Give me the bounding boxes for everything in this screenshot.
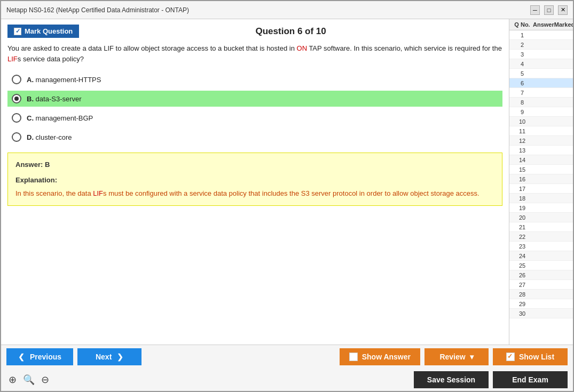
q-row-answer <box>533 41 552 48</box>
left-panel: Mark Question Question 6 of 10 You are a… <box>1 19 509 345</box>
close-button[interactable]: ✕ <box>558 5 568 15</box>
q-row-num: 20 <box>512 214 533 221</box>
q-row-answer <box>533 243 552 250</box>
q-row-marked <box>552 214 571 221</box>
option-b-radio <box>12 94 21 103</box>
q-row-num: 6 <box>512 79 533 86</box>
option-b-label: B. data-S3-server <box>27 95 82 103</box>
table-row[interactable]: 5 <box>509 69 573 78</box>
answer-box: Answer: B Explanation: In this scenario,… <box>7 153 502 206</box>
zoom-normal-button[interactable]: 🔍 <box>21 373 37 387</box>
option-d-radio <box>12 132 21 142</box>
table-row[interactable]: 27 <box>509 280 573 290</box>
option-c-radio <box>12 113 21 123</box>
table-row[interactable]: 15 <box>509 165 573 174</box>
table-row[interactable]: 28 <box>509 290 573 299</box>
q-row-num: 13 <box>512 147 533 154</box>
q-row-marked <box>552 127 571 134</box>
table-row[interactable]: 23 <box>509 242 573 251</box>
table-row[interactable]: 21 <box>509 222 573 232</box>
table-row[interactable]: 11 <box>509 126 573 136</box>
q-row-num: 15 <box>512 166 533 173</box>
table-row[interactable]: 3 <box>509 50 573 59</box>
q-row-answer <box>533 147 552 154</box>
q-row-answer <box>533 60 552 67</box>
show-answer-button[interactable]: Show Answer <box>340 348 420 365</box>
option-b-row[interactable]: B. data-S3-server <box>7 91 502 107</box>
table-row[interactable]: 30 <box>509 309 573 318</box>
end-exam-button[interactable]: End Exam <box>493 371 568 388</box>
q-row-marked <box>552 185 571 192</box>
table-row[interactable]: 24 <box>509 251 573 261</box>
explanation-label: Explanation: <box>15 175 494 186</box>
q-row-num: 2 <box>512 41 533 48</box>
zoom-in-button[interactable]: ⊕ <box>6 373 19 387</box>
table-row[interactable]: 4 <box>509 59 573 69</box>
table-row[interactable]: 22 <box>509 232 573 242</box>
save-session-button[interactable]: Save Session <box>414 371 489 388</box>
option-c-row[interactable]: C. management-BGP <box>7 110 502 126</box>
minimize-button[interactable]: ─ <box>530 5 540 15</box>
q-row-num: 10 <box>512 118 533 125</box>
table-row[interactable]: 1 <box>509 30 573 40</box>
q-row-marked <box>552 175 571 182</box>
table-row[interactable]: 9 <box>509 107 573 117</box>
show-list-button[interactable]: Show List <box>493 348 568 365</box>
table-row[interactable]: 26 <box>509 270 573 280</box>
q-row-marked <box>552 252 571 259</box>
q-row-num: 9 <box>512 108 533 115</box>
q-row-marked <box>552 195 571 202</box>
mark-question-button[interactable]: Mark Question <box>7 25 79 38</box>
review-button[interactable]: Review ▾ <box>424 348 489 365</box>
q-row-num: 1 <box>512 31 533 38</box>
answer-label: Answer: B <box>15 161 50 169</box>
zoom-out-button[interactable]: ⊖ <box>39 373 51 387</box>
table-row[interactable]: 19 <box>509 203 573 213</box>
options-area: A. management-HTTPS B. data-S3-server C.… <box>7 71 502 145</box>
q-row-answer <box>533 31 552 38</box>
highlight-lif: LIF <box>7 55 18 63</box>
q-row-num: 8 <box>512 99 533 106</box>
option-d-row[interactable]: D. cluster-core <box>7 129 502 145</box>
q-row-marked <box>552 281 571 288</box>
option-c-label: C. management-BGP <box>27 114 93 122</box>
table-row[interactable]: 10 <box>509 117 573 126</box>
maximize-button[interactable]: □ <box>544 5 554 15</box>
q-row-num: 23 <box>512 243 533 250</box>
q-row-marked <box>552 262 571 269</box>
option-a-row[interactable]: A. management-HTTPS <box>7 71 502 87</box>
table-row[interactable]: 20 <box>509 213 573 222</box>
previous-button[interactable]: Previous <box>6 348 73 365</box>
save-session-label: Save Session <box>427 375 475 384</box>
table-row[interactable]: 25 <box>509 261 573 270</box>
end-exam-label: End Exam <box>512 375 548 384</box>
q-row-marked <box>552 156 571 163</box>
table-row[interactable]: 7 <box>509 88 573 98</box>
main-content: Mark Question Question 6 of 10 You are a… <box>1 19 573 345</box>
q-row-marked <box>552 233 571 240</box>
q-row-num: 4 <box>512 60 533 67</box>
q-row-answer <box>533 185 552 192</box>
q-row-marked <box>552 70 571 77</box>
table-row[interactable]: 29 <box>509 299 573 309</box>
q-row-answer <box>533 252 552 259</box>
show-answer-label: Show Answer <box>362 353 411 361</box>
q-table-body[interactable]: 1 2 3 4 5 6 7 8 9 10 11 <box>509 30 573 345</box>
q-row-answer <box>533 271 552 278</box>
table-row[interactable]: 14 <box>509 155 573 165</box>
q-row-answer <box>533 127 552 134</box>
table-row[interactable]: 6 <box>509 78 573 88</box>
table-row[interactable]: 2 <box>509 40 573 50</box>
question-text: You are asked to create a data LIF to al… <box>7 43 502 64</box>
table-row[interactable]: 12 <box>509 136 573 146</box>
q-row-num: 14 <box>512 156 533 163</box>
table-row[interactable]: 16 <box>509 174 573 184</box>
q-row-marked <box>552 147 571 154</box>
table-row[interactable]: 13 <box>509 146 573 155</box>
table-row[interactable]: 18 <box>509 194 573 203</box>
col-marked: Marked <box>554 21 573 28</box>
q-row-num: 22 <box>512 233 533 240</box>
table-row[interactable]: 17 <box>509 184 573 194</box>
next-button[interactable]: Next <box>77 348 141 365</box>
table-row[interactable]: 8 <box>509 98 573 107</box>
